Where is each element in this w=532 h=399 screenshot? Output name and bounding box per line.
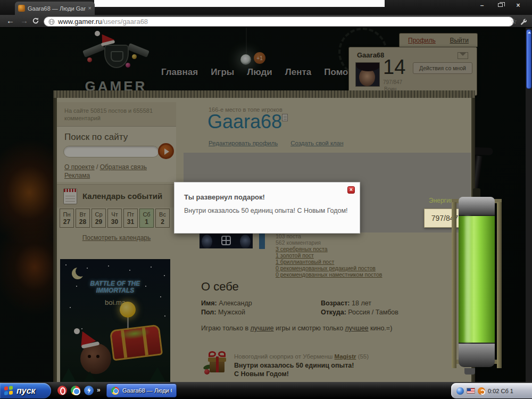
system-tray: 0:02 Сб 1 bbox=[451, 383, 532, 398]
tube-bottom-cap bbox=[459, 343, 495, 367]
tube-green-liquid bbox=[459, 216, 495, 343]
scrollbar-thumb[interactable] bbox=[526, 29, 531, 89]
browser-tab[interactable]: Gaara68 — Люди Gamer.r... × bbox=[15, 2, 95, 15]
popup-title: Ты развернул подарок! bbox=[184, 193, 265, 201]
tray-blue-sphere-icon[interactable] bbox=[456, 387, 464, 395]
start-button[interactable]: пуск bbox=[0, 383, 51, 398]
page-scrollbar bbox=[526, 28, 532, 382]
tube-body bbox=[459, 197, 495, 367]
task-label: Gaara68 — Люди Ga... bbox=[122, 387, 172, 394]
language-flag-icon[interactable] bbox=[467, 388, 475, 394]
blue-app-icon[interactable] bbox=[84, 386, 94, 395]
minimize-button[interactable]: – bbox=[476, 1, 488, 9]
browser-toolbar: ← → www.gamer.ru/users/gaara68 ☆ bbox=[0, 15, 532, 28]
tube-top-cap bbox=[459, 197, 495, 216]
window-controls: – × bbox=[476, 1, 525, 9]
tube-nub bbox=[464, 368, 475, 375]
tube-hook bbox=[473, 188, 480, 197]
restore-button[interactable] bbox=[494, 1, 506, 9]
active-task-button[interactable]: Gaara68 — Люди Ga... bbox=[106, 384, 177, 397]
site-favicon bbox=[18, 5, 25, 12]
browser-titlebar: Gaara68 — Люди Gamer.r... × – × bbox=[0, 0, 532, 15]
back-button[interactable]: ← bbox=[6, 16, 14, 25]
tab-close-icon[interactable]: × bbox=[88, 5, 92, 11]
tray-orange-app-icon[interactable] bbox=[478, 387, 485, 395]
popup-body-text: Внутри оказалось 50 единиц опыта! С Новы… bbox=[184, 207, 348, 214]
quick-launch-chevron[interactable]: » bbox=[97, 386, 101, 394]
energy-label: Энергия bbox=[429, 197, 453, 204]
screen: GAMER Главная Игры Люди Лента Помощь +1 … bbox=[0, 0, 532, 399]
popup-close-button[interactable]: × bbox=[347, 186, 355, 194]
url-path: /users/gaara68 bbox=[102, 18, 148, 26]
tube-frame-post bbox=[452, 202, 456, 368]
background-window-strip bbox=[94, 0, 385, 7]
browser-menu-button[interactable] bbox=[516, 15, 530, 27]
start-label: пуск bbox=[16, 386, 36, 396]
lightning-bolt-icon bbox=[87, 387, 92, 394]
tray-clock[interactable]: 0:02 Сб 1 bbox=[488, 388, 513, 394]
energy-tube bbox=[452, 195, 502, 375]
reload-button[interactable] bbox=[32, 17, 39, 26]
tab-title: Gaara68 — Люди Gamer.r... bbox=[28, 5, 86, 12]
address-bar[interactable]: www.gamer.ru/users/gaara68 bbox=[44, 16, 514, 27]
windows-flag-icon bbox=[4, 386, 13, 396]
url-host: www.gamer.ru bbox=[58, 18, 102, 26]
chrome-icon bbox=[111, 387, 119, 395]
browser-viewport: GAMER Главная Игры Люди Лента Помощь +1 … bbox=[0, 28, 532, 382]
gift-popup: × Ты развернул подарок! Внутри оказалось… bbox=[174, 182, 360, 234]
windows-taskbar: пуск » Gaara68 — Люди Ga... 0:02 Сб 1 bbox=[0, 382, 532, 399]
forward-button[interactable]: → bbox=[20, 16, 28, 25]
wrench-icon bbox=[519, 18, 527, 25]
opera-icon[interactable] bbox=[57, 386, 67, 395]
close-button[interactable]: × bbox=[512, 1, 525, 9]
reload-icon bbox=[32, 17, 39, 24]
url-text: www.gamer.ru/users/gaara68 bbox=[58, 18, 148, 26]
chrome-icon[interactable] bbox=[71, 386, 80, 395]
globe-icon bbox=[48, 19, 55, 25]
restore-icon bbox=[498, 3, 503, 7]
tube-frame-post bbox=[497, 202, 502, 368]
